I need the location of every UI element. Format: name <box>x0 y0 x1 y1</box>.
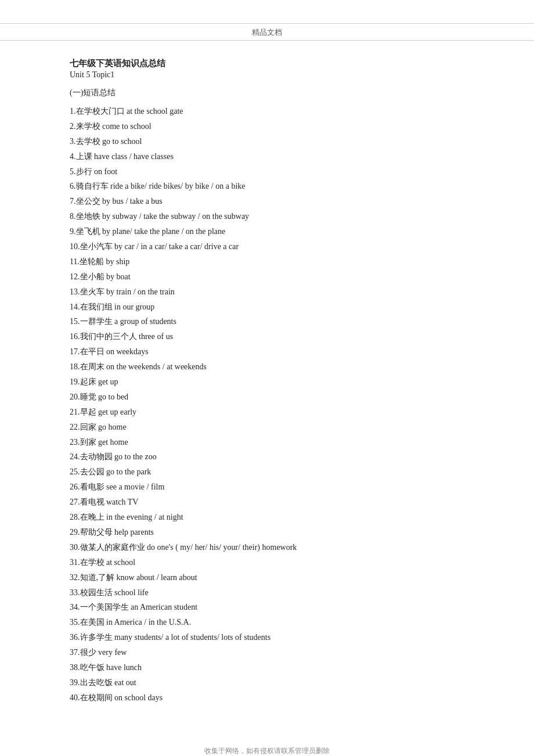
list-item: 31.在学校 at school <box>70 555 464 570</box>
doc-subtitle: Unit 5 Topic1 <box>70 70 464 80</box>
header-bottom-line <box>0 40 534 41</box>
list-item: 38.吃午饭 have lunch <box>70 660 464 675</box>
list-item: 28.在晚上 in the evening / at night <box>70 510 464 525</box>
main-content: 七年级下英语知识点总结 Unit 5 Topic1 (一)短语总结 1.在学校大… <box>0 52 534 729</box>
list-item: 37.很少 very few <box>70 645 464 660</box>
list-item: 2.来学校 come to school <box>70 119 464 134</box>
list-item: 40.在校期间 on school days <box>70 690 464 705</box>
list-item: 22.回家 go home <box>70 420 464 435</box>
list-item: 23.到家 get home <box>70 435 464 450</box>
list-item: 29.帮助父母 help parents <box>70 525 464 540</box>
list-item: 12.坐小船 by boat <box>70 269 464 285</box>
list-item: 8.坐地铁 by subway / take the subway / on t… <box>70 209 464 224</box>
list-item: 14.在我们组 in our group <box>70 300 464 315</box>
header-title: 精品文档 <box>0 24 534 40</box>
list-item: 35.在美国 in America / in the U.S.A. <box>70 615 464 630</box>
list-item: 13.坐火车 by train / on the train <box>70 285 464 300</box>
list-item: 24.去动物园 go to the zoo <box>70 449 464 465</box>
footer-text: 收集于网络，如有侵权请联系管理员删除 <box>0 746 534 756</box>
list-item: 26.看电影 see a movie / film <box>70 480 464 495</box>
list-item: 10.坐小汽车 by car / in a car/ take a car/ d… <box>70 239 464 254</box>
phrase-list: 1.在学校大门口 at the school gate2.来学校 come to… <box>70 104 464 705</box>
list-item: 34.一个美国学生 an American student <box>70 600 464 615</box>
list-item: 18.在周末 on the weekends / at weekends <box>70 359 464 375</box>
list-item: 30.做某人的家庭作业 do one's ( my/ her/ his/ you… <box>70 540 464 555</box>
list-item: 25.去公园 go to the park <box>70 465 464 480</box>
list-item: 3.去学校 go to school <box>70 134 464 149</box>
list-item: 39.出去吃饭 eat out <box>70 675 464 690</box>
list-item: 15.一群学生 a group of students <box>70 314 464 329</box>
list-item: 36.许多学生 many students/ a lot of students… <box>70 630 464 645</box>
list-item: 6.骑自行车 ride a bike/ ride bikes/ by bike … <box>70 179 464 194</box>
list-item: 7.坐公交 by bus / take a bus <box>70 194 464 209</box>
list-item: 9.坐飞机 by plane/ take the plane / on the … <box>70 224 464 239</box>
section-title: (一)短语总结 <box>70 88 464 98</box>
list-item: 5.步行 on foot <box>70 164 464 179</box>
list-item: 19.起床 get up <box>70 375 464 390</box>
list-item: 1.在学校大门口 at the school gate <box>70 104 464 119</box>
doc-title: 七年级下英语知识点总结 <box>70 58 464 69</box>
list-item: 27.看电视 watch TV <box>70 495 464 510</box>
list-item: 11.坐轮船 by ship <box>70 254 464 269</box>
list-item: 16.我们中的三个人 three of us <box>70 329 464 344</box>
list-item: 33.校园生活 school life <box>70 585 464 600</box>
list-item: 21.早起 get up early <box>70 405 464 420</box>
list-item: 4.上课 have class / have classes <box>70 149 464 164</box>
list-item: 17.在平日 on weekdays <box>70 344 464 359</box>
list-item: 32.知道,了解 know about / learn about <box>70 570 464 585</box>
list-item: 20.睡觉 go to bed <box>70 390 464 405</box>
